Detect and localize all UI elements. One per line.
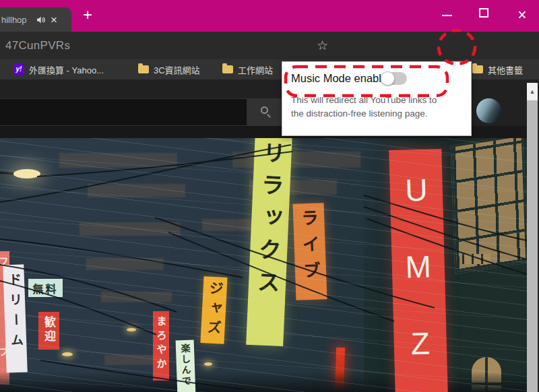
- street-light-glow: [62, 352, 73, 356]
- sign-free: 無料: [28, 279, 63, 297]
- folder-icon: [222, 65, 233, 73]
- video-player[interactable]: フブ ドリーム 無料 歓迎 まろやか 楽しんで ジャズ リラックス ライブ UM…: [0, 138, 527, 392]
- bookmark-folder-3c[interactable]: 3C資訊網站: [138, 59, 200, 79]
- sign-text: 無料: [32, 280, 58, 296]
- scrollbar-up-arrow-icon[interactable]: ▲: [527, 83, 538, 100]
- window-minimize-button[interactable]: [442, 15, 452, 16]
- browser-tab[interactable]: hillhop ×: [0, 7, 71, 32]
- sign-mellow: まろやか: [153, 311, 169, 381]
- tab-close-icon[interactable]: ×: [51, 14, 57, 26]
- yahoo-favicon: y!: [13, 64, 24, 75]
- sign-umz: UMZ: [389, 149, 447, 392]
- other-bookmarks[interactable]: 其他書籤: [472, 59, 523, 79]
- sign-live: ライブ: [293, 203, 327, 300]
- search-button[interactable]: [247, 98, 282, 126]
- toggle-knob[interactable]: [381, 71, 395, 86]
- page-scrollbar[interactable]: ▲: [527, 83, 538, 392]
- window-close-button[interactable]: ×: [514, 3, 530, 25]
- site-profile-avatar[interactable]: [476, 98, 501, 123]
- small-lit-panes: [462, 254, 490, 264]
- sign-relax: リラックス: [246, 138, 292, 346]
- sign-text: 楽しんで: [178, 340, 193, 392]
- sign-jazz: ジャズ: [200, 276, 227, 344]
- sign-text: 歓迎: [40, 312, 57, 350]
- sign-text: ドリーム: [4, 265, 26, 373]
- building-window-row: [80, 222, 181, 236]
- search-input[interactable]: [0, 98, 247, 126]
- building-window-row: [101, 292, 172, 302]
- sign-text: UMZ: [397, 149, 439, 392]
- music-mode-popup: Music Mode enabled This will redirect al…: [282, 61, 472, 136]
- street-light-glow: [127, 328, 136, 331]
- title-bar: hillhop × + ×: [0, 0, 539, 32]
- address-toolbar: 47CunPVRs ☆ G ↺: [0, 32, 539, 59]
- sign-enjoy: 楽しんで: [176, 340, 196, 392]
- scrollbar-thumb[interactable]: [527, 100, 538, 392]
- sign-welcome: 歓迎: [38, 312, 59, 350]
- bookmark-label: 3C資訊網站: [154, 63, 200, 76]
- browser-window: hillhop × + × 47CunPVRs ☆ G ↺: [0, 0, 539, 392]
- popup-description-line1: This will redirect all YouTube links to: [291, 94, 437, 107]
- bookmark-folder-work[interactable]: 工作網站: [222, 59, 273, 79]
- sign-text: ジャズ: [202, 276, 226, 344]
- bookmark-star-icon[interactable]: ☆: [317, 32, 328, 59]
- sign-text: まろやか: [154, 311, 168, 381]
- building-window-row: [232, 152, 360, 168]
- popup-title: Music Mode enabled: [291, 72, 393, 85]
- other-bookmarks-label: 其他書籤: [488, 63, 523, 76]
- tab-title: hillhop: [1, 15, 35, 25]
- popup-description-line2: the distraction-free listening page.: [291, 107, 437, 121]
- sign-dream: ドリーム: [3, 265, 28, 373]
- popup-description: This will redirect all YouTube links to …: [291, 94, 437, 121]
- building-window-row: [86, 258, 164, 270]
- url-text[interactable]: 47CunPVRs: [5, 32, 70, 59]
- building-window-row: [59, 153, 177, 168]
- window-maximize-button[interactable]: [479, 8, 488, 18]
- building-window-row: [88, 184, 185, 197]
- street-lamp-light: [13, 169, 40, 178]
- bookmark-yahoo[interactable]: y! 外匯換算 - Yahoo...: [13, 59, 104, 79]
- folder-icon: [138, 65, 149, 73]
- folder-icon: [472, 65, 483, 73]
- sign-text: ライブ: [296, 203, 324, 300]
- search-magnifier-icon: [261, 106, 268, 114]
- bookmark-label: 工作網站: [238, 63, 273, 76]
- bookmark-label: 外匯換算 - Yahoo...: [29, 63, 104, 76]
- rooftop-shadow: [0, 372, 527, 392]
- street-light-glow: [204, 362, 212, 366]
- new-tab-button[interactable]: +: [77, 5, 98, 26]
- tab-audio-speaker-icon[interactable]: [36, 15, 45, 24]
- sign-text: リラックス: [248, 138, 290, 346]
- music-mode-toggle[interactable]: [381, 72, 407, 85]
